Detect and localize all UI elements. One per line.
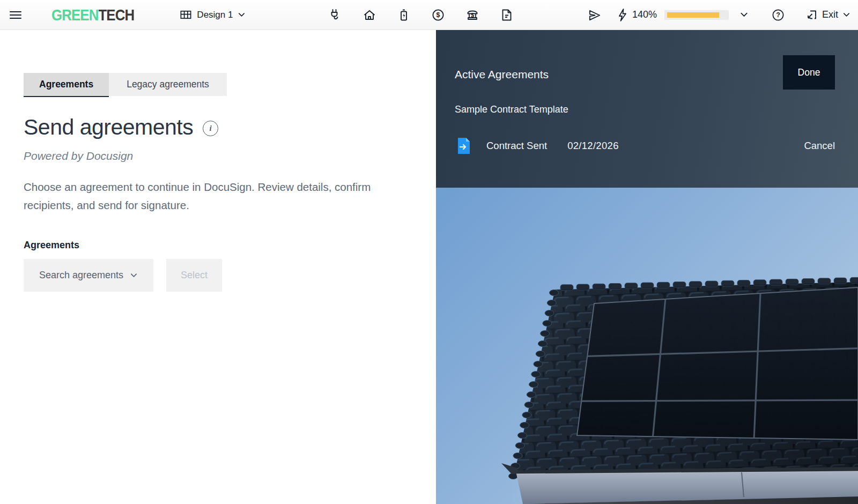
search-agreements-button[interactable]: Search agreements	[24, 259, 153, 292]
done-button[interactable]: Done	[783, 55, 835, 90]
zoom-meter-fill	[667, 12, 719, 18]
page-title: Send agreements	[24, 114, 193, 140]
agreement-status: Contract Sent	[486, 140, 547, 152]
zoom-meter[interactable]	[664, 10, 729, 20]
template-name: Sample Contract Template	[455, 104, 568, 115]
cancel-button[interactable]: Cancel	[804, 140, 835, 152]
chevron-down-icon	[130, 271, 138, 279]
agreements-tabs: Agreements Legacy agreements	[24, 73, 227, 97]
agreements-field-label: Agreements	[24, 240, 79, 251]
exit-label[interactable]: Exit	[822, 9, 838, 20]
select-button[interactable]: Select	[166, 259, 222, 292]
zoom-percent: 140%	[632, 9, 657, 20]
sent-document-icon	[457, 138, 470, 154]
exit-chevron-down-icon[interactable]	[842, 11, 850, 19]
svg-text:?: ?	[776, 11, 780, 19]
tab-agreements[interactable]: Agreements	[24, 73, 109, 97]
send-agreements-panel: Agreements Legacy agreements Send agreem…	[0, 29, 436, 504]
help-circle-icon[interactable]: ?	[771, 8, 785, 22]
agreement-date: 02/12/2026	[567, 140, 619, 152]
rooftop-solar-photo	[436, 188, 858, 504]
toolbar-nav-icons: $ $	[328, 0, 514, 29]
description-text: Choose an agreement to continue in DocuS…	[24, 178, 388, 214]
svg-text:$: $	[437, 11, 440, 19]
app-window: GREENTECH Design 1	[0, 0, 858, 504]
active-agreements-panel: Active Agreements Done Sample Contract T…	[436, 29, 858, 188]
send-arrow-icon[interactable]	[587, 8, 601, 22]
powered-by-subtitle: Powered by Docusign	[24, 150, 133, 162]
zoom-chevron-down-icon[interactable]	[739, 10, 749, 19]
greentech-logo: GREENTECH	[51, 6, 134, 24]
home-icon[interactable]	[363, 8, 376, 22]
info-icon[interactable]: i	[203, 121, 218, 136]
hamburger-menu-icon[interactable]	[9, 8, 23, 22]
design-selector[interactable]: Design 1	[180, 9, 246, 21]
invoice-icon[interactable]	[500, 8, 514, 22]
lightning-icon	[617, 8, 628, 22]
plug-icon[interactable]	[328, 8, 342, 22]
battery-icon[interactable]	[397, 8, 411, 22]
table-grid-icon	[180, 9, 192, 21]
chevron-down-icon	[238, 11, 246, 19]
toolbar: GREENTECH Design 1	[0, 0, 858, 30]
bank-icon[interactable]: $	[465, 8, 479, 22]
exit-box-icon[interactable]	[805, 9, 818, 21]
agreement-row: Contract Sent 02/12/2026 Cancel	[455, 136, 835, 155]
active-agreements-title: Active Agreements	[455, 68, 549, 81]
svg-text:$: $	[471, 12, 474, 18]
tab-legacy-agreements[interactable]: Legacy agreements	[109, 73, 227, 96]
dollar-icon[interactable]: $	[431, 8, 445, 22]
design-selector-label: Design 1	[197, 10, 233, 20]
